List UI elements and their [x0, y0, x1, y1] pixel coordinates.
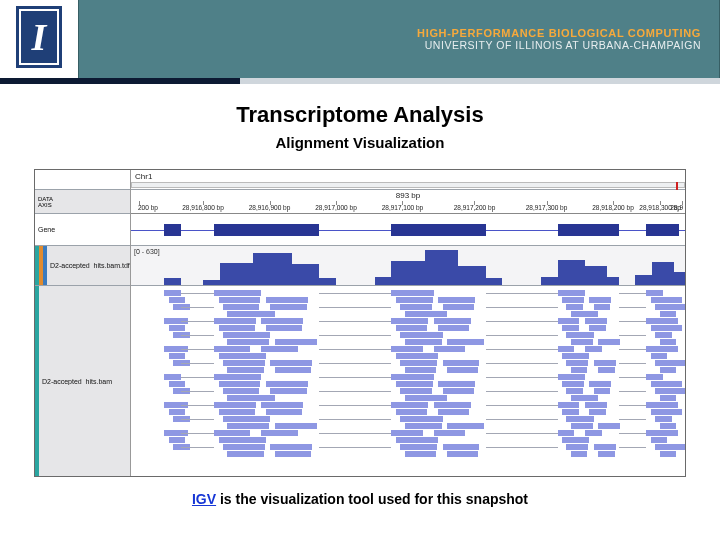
read — [266, 297, 308, 303]
splice-line — [181, 405, 214, 406]
splice-line — [181, 419, 214, 420]
read — [261, 318, 303, 324]
coverage-bar — [319, 278, 336, 285]
read — [589, 325, 606, 331]
read — [400, 444, 437, 450]
read — [585, 346, 602, 352]
read — [670, 304, 685, 310]
read — [558, 374, 585, 380]
read — [396, 381, 433, 387]
read — [219, 437, 266, 443]
splice-line — [181, 377, 214, 378]
read — [405, 367, 436, 373]
read — [571, 367, 588, 373]
read — [571, 311, 598, 317]
read — [214, 290, 261, 296]
read — [646, 290, 663, 296]
illinois-logo-icon: I — [16, 6, 62, 68]
read — [447, 367, 478, 373]
read — [562, 437, 589, 443]
read — [391, 430, 422, 436]
exon-block — [646, 224, 679, 236]
read — [266, 381, 308, 387]
divider-rule — [0, 78, 720, 84]
read — [558, 402, 580, 408]
read — [391, 290, 433, 296]
splice-line — [486, 433, 558, 434]
left-row-axis: DATA AXIS — [35, 190, 130, 214]
read — [434, 402, 471, 408]
span-label: 893 bp — [396, 191, 420, 200]
read — [227, 367, 263, 373]
read — [219, 297, 261, 303]
coverage-range-label: [0 - 630] — [134, 248, 160, 255]
read — [598, 339, 620, 345]
read — [391, 402, 428, 408]
read — [227, 451, 263, 457]
read — [660, 311, 677, 317]
read — [223, 416, 270, 422]
read — [594, 444, 616, 450]
tick-label: 28,917,300 bp — [526, 204, 568, 211]
splice-line — [319, 419, 391, 420]
splice-line — [486, 405, 558, 406]
exon-block — [391, 224, 485, 236]
read — [598, 367, 615, 373]
read — [434, 318, 471, 324]
read — [227, 423, 269, 429]
read — [405, 451, 436, 457]
igv-link[interactable]: IGV — [192, 491, 216, 507]
read — [562, 353, 589, 359]
read — [438, 297, 475, 303]
read — [214, 346, 250, 352]
read — [651, 437, 668, 443]
coverage-bar — [425, 250, 458, 285]
axis-label: DATA AXIS — [38, 196, 53, 208]
tick-row: 200 bp28,916,800 bp28,916,900 bp28,917,0… — [131, 201, 685, 213]
read — [214, 402, 256, 408]
left-row-gene: Gene — [35, 214, 130, 246]
splice-line — [319, 349, 391, 350]
read — [558, 318, 580, 324]
read — [443, 388, 474, 394]
read — [443, 304, 474, 310]
read — [396, 353, 438, 359]
read — [660, 423, 677, 429]
tick-label: 28,916,900 bp — [249, 204, 291, 211]
read — [598, 451, 615, 457]
read — [585, 318, 607, 324]
splice-line — [181, 321, 214, 322]
splice-line — [619, 377, 647, 378]
read — [164, 374, 181, 380]
read — [660, 339, 677, 345]
read — [661, 346, 678, 352]
splice-line — [619, 321, 647, 322]
read — [169, 297, 186, 303]
splice-line — [619, 349, 647, 350]
read — [400, 332, 442, 338]
read — [275, 451, 311, 457]
read — [670, 444, 685, 450]
read — [571, 395, 598, 401]
splice-line — [181, 307, 214, 308]
org-title-band: HIGH-PERFORMANCE BIOLOGICAL COMPUTING UN… — [78, 0, 720, 78]
read — [566, 332, 593, 338]
splice-line — [319, 433, 391, 434]
left-row-coverage: D2-accepted_hits.bam.tdf — [35, 246, 130, 286]
read — [261, 430, 297, 436]
read — [566, 388, 583, 394]
splice-line — [181, 447, 214, 448]
read — [670, 360, 685, 366]
splice-line — [486, 363, 558, 364]
read — [558, 290, 585, 296]
read — [261, 402, 303, 408]
splice-line — [181, 433, 214, 434]
tick-label: 200 bp — [138, 204, 158, 211]
read — [571, 339, 593, 345]
read — [270, 360, 312, 366]
splice-line — [486, 321, 558, 322]
tick-label: 28,918,200 bp — [592, 204, 634, 211]
tick-label: 28,917,100 bp — [382, 204, 424, 211]
read — [661, 402, 678, 408]
splice-line — [619, 419, 647, 420]
